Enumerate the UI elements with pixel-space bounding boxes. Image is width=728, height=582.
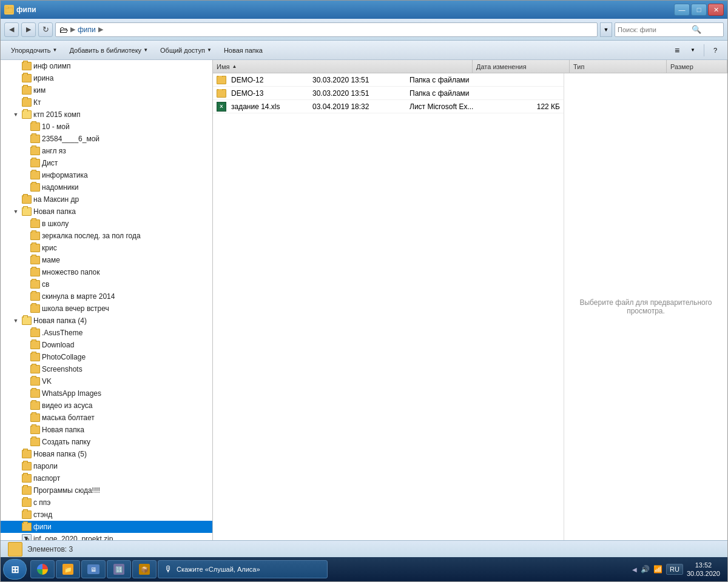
taskbar-item-calc[interactable]: 🔢 bbox=[107, 560, 131, 578]
col-header-date[interactable]: Дата изменения bbox=[473, 60, 570, 73]
expander-icon-множество папок bbox=[20, 268, 29, 276]
organize-label: Упорядочить bbox=[11, 47, 50, 54]
sidebar-item-label-ирина: ирина bbox=[33, 74, 53, 82]
sidebar-item-VK[interactable]: VK bbox=[1, 375, 212, 387]
taskbar-item-winrar[interactable]: 📦 bbox=[132, 560, 157, 578]
sidebar-item-ктп 2015 комп[interactable]: ▼ктп 2015 комп bbox=[1, 109, 212, 121]
system-clock[interactable]: 13:52 30.03.2020 bbox=[687, 561, 720, 578]
sidebar-item-23584____6_мой[interactable]: 23584____6_мой bbox=[1, 133, 212, 145]
sidebar-item-Новая папка (4)[interactable]: ▼Новая папка (4) bbox=[1, 315, 212, 327]
sidebar-item-Новая папка2[interactable]: Новая папка bbox=[1, 424, 212, 436]
address-dropdown[interactable]: ▼ bbox=[600, 22, 612, 37]
sidebar-item-.AsusTheme[interactable]: .AsusTheme bbox=[1, 327, 212, 339]
folder-icon-маме bbox=[30, 256, 40, 264]
path-item-фипи[interactable]: фипи bbox=[78, 25, 96, 34]
folder-icon-Новая папка (4) bbox=[22, 316, 32, 325]
col-header-type[interactable]: Тип bbox=[570, 60, 667, 73]
expander-icon-инф олимп bbox=[12, 62, 20, 70]
start-button[interactable]: ⊞ bbox=[3, 559, 27, 580]
sidebar-item-св[interactable]: св bbox=[1, 278, 212, 290]
sidebar-item-множество папок[interactable]: множество папок bbox=[1, 266, 212, 278]
sidebar-item-10 - мой[interactable]: 10 - мой bbox=[1, 121, 212, 133]
search-icon[interactable]: 🔍 bbox=[692, 25, 701, 34]
add-library-button[interactable]: Добавить в библиотеку ▼ bbox=[64, 42, 153, 58]
folder-icon-видео из асуса bbox=[30, 401, 40, 410]
taskbar-item-monitor[interactable]: 🖥 bbox=[81, 560, 106, 578]
sidebar-item-inf_oge_2020_proekt.zip[interactable]: 🗜inf_oge_2020_proekt.zip bbox=[1, 533, 212, 540]
expander-icon-надомники bbox=[20, 183, 29, 192]
sidebar-item-с ппэ[interactable]: с ппэ bbox=[1, 497, 212, 509]
file-item-DEMO-12[interactable]: DEMO-1230.03.2020 13:51Папка с файлами bbox=[213, 73, 564, 87]
file-item-задание 14.xls[interactable]: Xзадание 14.xls03.04.2019 18:32Лист Micr… bbox=[213, 100, 564, 113]
sidebar-item-видео из асуса[interactable]: видео из асуса bbox=[1, 400, 212, 412]
maximize-button[interactable]: □ bbox=[691, 4, 707, 16]
sidebar-item-label-Дист: Дист bbox=[42, 159, 58, 167]
sidebar-item-пароли[interactable]: пароли bbox=[1, 460, 212, 472]
col-header-name[interactable]: Имя ▲ bbox=[213, 60, 473, 73]
sidebar-item-информатика[interactable]: информатика bbox=[1, 169, 212, 181]
sidebar-item-Screenshots[interactable]: Screenshots bbox=[1, 363, 212, 375]
addressbar: ◀ ▶ ↻ 🗁 ▶ фипи ▶ ▼ 🔍 bbox=[1, 19, 727, 41]
sidebar-item-надомники[interactable]: надомники bbox=[1, 181, 212, 193]
sidebar-item-англ яз[interactable]: англ яз bbox=[1, 145, 212, 157]
tray-speaker-icon[interactable]: 🔊 bbox=[641, 565, 650, 574]
new-folder-button[interactable]: Новая папка bbox=[218, 42, 268, 58]
sidebar-item-школа вечер встреч[interactable]: школа вечер встреч bbox=[1, 303, 212, 315]
sidebar-item-PhotoCollage[interactable]: PhotoCollage bbox=[1, 351, 212, 363]
col-header-size[interactable]: Размер bbox=[667, 60, 727, 73]
forward-button[interactable]: ▶ bbox=[21, 22, 36, 37]
preview-panel: Выберите файл для предварительного просм… bbox=[564, 73, 727, 540]
file-folder-icon-DEMO-12 bbox=[217, 76, 226, 84]
tray-arrow[interactable]: ◀ bbox=[632, 566, 637, 573]
folder-icon-VK bbox=[30, 377, 40, 386]
share-button[interactable]: Общий доступ ▼ bbox=[155, 42, 217, 58]
sidebar-item-Кт[interactable]: Кт bbox=[1, 96, 212, 109]
windows-logo-icon: ⊞ bbox=[11, 564, 19, 575]
language-button[interactable]: RU bbox=[666, 564, 683, 575]
expander-icon-Download bbox=[20, 341, 29, 349]
sidebar-item-на Максин  др[interactable]: на Максин др bbox=[1, 193, 212, 206]
sidebar-item-крис[interactable]: крис bbox=[1, 242, 212, 254]
sidebar-item-фипи[interactable]: фипи bbox=[1, 521, 212, 533]
sidebar-item-Download[interactable]: Download bbox=[1, 339, 212, 351]
expander-icon-inf_oge_2020_proekt.zip bbox=[12, 535, 20, 540]
close-button[interactable]: ✕ bbox=[708, 4, 724, 16]
sidebar-item-Программы сюда!!!![interactable]: Программы сюда!!!! bbox=[1, 484, 212, 497]
sidebar-item-стэнд[interactable]: стэнд bbox=[1, 509, 212, 521]
sidebar-item-Новая папка (5)[interactable]: Новая папка (5) bbox=[1, 448, 212, 460]
organize-button[interactable]: Упорядочить ▼ bbox=[5, 42, 62, 58]
refresh-button[interactable]: ↻ bbox=[38, 22, 53, 37]
sidebar-item-ким[interactable]: ким bbox=[1, 84, 212, 96]
sidebar-item-label-Программы сюда!!!!: Программы сюда!!!! bbox=[33, 486, 100, 495]
expander-icon-Дист bbox=[20, 159, 29, 167]
minimize-button[interactable]: — bbox=[674, 4, 690, 16]
expander-icon-маме bbox=[20, 256, 29, 264]
view-list-button[interactable]: ≡ bbox=[670, 43, 684, 58]
taskbar-item-chrome[interactable] bbox=[30, 560, 55, 578]
sidebar-item-label-школа вечер встреч: школа вечер встреч bbox=[42, 304, 109, 313]
sidebar-item-Новая папка[interactable]: ▼Новая папка bbox=[1, 206, 212, 218]
folder-icon-паспорт bbox=[22, 474, 32, 483]
search-box[interactable]: 🔍 bbox=[615, 22, 724, 37]
sidebar-item-маме[interactable]: маме bbox=[1, 254, 212, 266]
sidebar-item-маська болтает[interactable]: маська болтает bbox=[1, 412, 212, 424]
content-area: Имя ▲ Дата изменения Тип Размер DEMO-123… bbox=[213, 60, 727, 540]
sidebar-item-Дист[interactable]: Дист bbox=[1, 157, 212, 169]
file-item-DEMO-13[interactable]: DEMO-1330.03.2020 13:51Папка с файлами bbox=[213, 87, 564, 100]
sidebar-item-Создать папку[interactable]: Создать папку bbox=[1, 436, 212, 448]
sidebar-item-WhatsApp Images[interactable]: WhatsApp Images bbox=[1, 387, 212, 400]
taskbar-item-alisa[interactable]: 🎙 Скажите «Слушай, Алиса» bbox=[158, 560, 328, 578]
help-button[interactable]: ? bbox=[708, 43, 723, 58]
view-dropdown-button[interactable]: ▼ bbox=[686, 43, 700, 58]
sidebar-item-паспорт[interactable]: паспорт bbox=[1, 472, 212, 484]
back-button[interactable]: ◀ bbox=[4, 22, 19, 37]
taskbar-item-explorer[interactable]: 📁 bbox=[56, 560, 80, 578]
sidebar-item-зеркалка послед. за пол года[interactable]: зеркалка послед. за пол года bbox=[1, 230, 212, 242]
sidebar-item-ирина[interactable]: ирина bbox=[1, 72, 212, 84]
sidebar-item-в школу[interactable]: в школу bbox=[1, 218, 212, 230]
tray-network-icon[interactable]: 📶 bbox=[653, 565, 662, 574]
sidebar-item-инф олимп[interactable]: инф олимп bbox=[1, 60, 212, 72]
sidebar-item-скинула в марте 2014[interactable]: скинула в марте 2014 bbox=[1, 290, 212, 303]
search-input[interactable] bbox=[618, 26, 690, 33]
address-path[interactable]: 🗁 ▶ фипи ▶ bbox=[55, 22, 598, 37]
